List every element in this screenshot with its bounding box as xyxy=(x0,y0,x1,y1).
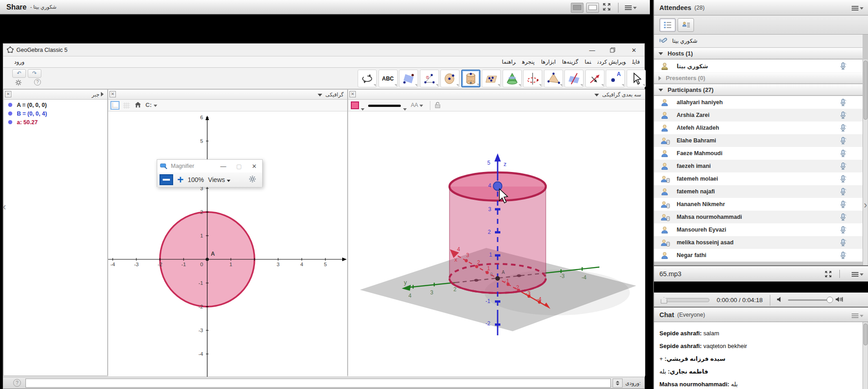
attendee-row[interactable]: Mahsa nourmohammadi xyxy=(654,211,863,223)
layout-view-button-1[interactable] xyxy=(571,3,584,13)
pyramid-tool[interactable] xyxy=(544,70,563,87)
fullscreen-icon[interactable] xyxy=(602,2,612,13)
microphone-icon[interactable] xyxy=(839,98,847,108)
menu-item-5[interactable]: پنجره xyxy=(522,59,535,65)
point-tool[interactable]: A xyxy=(606,70,625,87)
collapse-left-chevron-icon[interactable]: ‹ xyxy=(3,201,6,213)
menu-item-4[interactable]: ابزارها xyxy=(541,59,555,65)
sphere-tool[interactable] xyxy=(440,70,459,87)
plane-through-points-tool[interactable] xyxy=(399,70,418,87)
microphone-icon[interactable] xyxy=(839,238,847,248)
line-style-button[interactable] xyxy=(368,105,401,107)
attendee-row[interactable]: Elahe Bahrami xyxy=(654,134,863,147)
zoom-out-button[interactable] xyxy=(160,174,173,185)
microphone-icon[interactable] xyxy=(839,124,847,133)
angle-tool[interactable]: α xyxy=(420,70,439,87)
attendee-row[interactable]: Faeze Mahmoudi xyxy=(654,147,863,160)
microphone-icon[interactable] xyxy=(839,111,847,121)
attendee-row[interactable]: allahyari haniyeh xyxy=(654,96,863,109)
attendees-pod-menu-icon[interactable] xyxy=(852,5,863,11)
attendee-row[interactable]: Mansoureh Eyvazi xyxy=(654,223,863,236)
point-on-plane-tool[interactable] xyxy=(482,70,501,87)
presenters-section-header[interactable]: Presenters (0) xyxy=(654,72,863,84)
geogebra-titlebar[interactable]: GeoGebra Classic 5 — ✕ xyxy=(3,44,644,56)
audio-progress-bar[interactable] xyxy=(664,298,709,302)
close-graphics3d-icon[interactable]: ✕ xyxy=(349,91,356,97)
color-swatch[interactable] xyxy=(351,101,359,109)
attendees-scrollbar[interactable] xyxy=(863,60,868,265)
expand-right-chevron-icon[interactable]: › xyxy=(864,199,867,211)
close-icon[interactable]: ✕ xyxy=(627,45,641,55)
graphics-3d-canvas[interactable]: 432-3-4y4321-1-2-3-4x54321-1-2z0A xyxy=(348,111,645,377)
algebra-item[interactable]: A = (0, 0, 0) xyxy=(4,101,107,109)
login-button[interactable]: ورود xyxy=(14,59,25,65)
lock-icon[interactable] xyxy=(434,101,441,111)
vector-tool[interactable] xyxy=(585,70,604,87)
microphone-icon[interactable] xyxy=(839,251,847,261)
audio-pod-menu-icon[interactable] xyxy=(852,271,863,278)
minimize-icon[interactable]: — xyxy=(585,45,599,55)
help-icon[interactable]: ? xyxy=(34,79,41,86)
text-tool[interactable]: ABC xyxy=(379,70,398,87)
audio-fullscreen-icon[interactable] xyxy=(824,270,833,280)
magnifier-settings-gear-icon[interactable] xyxy=(249,175,260,185)
circle-with-axis-tool[interactable] xyxy=(523,70,542,87)
microphone-icon[interactable] xyxy=(839,136,847,146)
capture-menu-button[interactable]: C: xyxy=(145,101,157,108)
cone-tool[interactable] xyxy=(503,70,522,87)
menu-item-6[interactable]: راهنما xyxy=(502,59,516,65)
axes-toggle-icon[interactable] xyxy=(110,101,120,110)
close-graphics2d-icon[interactable]: ✕ xyxy=(110,91,116,97)
move-tool[interactable] xyxy=(627,70,646,87)
gear-icon[interactable] xyxy=(15,79,22,88)
restore-icon[interactable] xyxy=(606,45,619,55)
audio-playhead[interactable] xyxy=(661,297,667,303)
close-algebra-icon[interactable]: ✕ xyxy=(5,91,11,97)
menu-item-1[interactable]: ویرایش کردن xyxy=(598,59,626,65)
input-help-icon[interactable]: ? xyxy=(13,379,21,387)
list-view-icon[interactable] xyxy=(659,18,676,32)
magnifier-maximize-icon[interactable]: ▢ xyxy=(236,163,242,170)
graphics-2d-canvas[interactable]: -4-3-2-11345654321-1-2-3-40A xyxy=(108,111,347,377)
magnifier-titlebar[interactable]: Magnifier — ▢ ✕ xyxy=(157,160,262,172)
algebra-item[interactable]: a: 50.27 xyxy=(4,118,107,126)
magnifier-minimize-icon[interactable]: — xyxy=(220,163,226,170)
views-dropdown[interactable]: Views xyxy=(208,176,230,183)
attendee-row[interactable]: شكوري بيتا xyxy=(654,60,863,72)
layout-view-button-2[interactable] xyxy=(586,3,599,13)
attendee-row[interactable]: Atefeh Alizadeh xyxy=(654,121,863,134)
attendee-row[interactable]: Arshia Zarei xyxy=(654,109,863,121)
undo-button[interactable]: ↶ xyxy=(12,69,26,78)
volume-knob[interactable] xyxy=(827,297,833,303)
volume-slider[interactable] xyxy=(788,299,830,301)
visibility-dot-icon[interactable] xyxy=(8,111,12,116)
menu-item-0[interactable]: فایل xyxy=(632,59,640,65)
attendee-row[interactable]: fatemeh molaei xyxy=(654,172,863,185)
rotate-3d-view-tool[interactable] xyxy=(358,70,377,87)
redo-button[interactable]: ↷ xyxy=(28,69,41,78)
menu-item-2[interactable]: نما xyxy=(585,59,591,65)
algebra-item[interactable]: B = (0, 0, 4) xyxy=(4,109,107,118)
chat-pod-menu-icon[interactable] xyxy=(852,313,863,319)
microphone-icon[interactable] xyxy=(839,175,847,184)
microphone-icon[interactable] xyxy=(839,62,847,71)
magnifier-close-icon[interactable]: ✕ xyxy=(252,163,257,170)
input-history-spinner[interactable] xyxy=(613,379,623,388)
attendee-row[interactable]: faezeh imani xyxy=(654,160,863,172)
attendee-row[interactable]: fatemeh najafi xyxy=(654,185,863,198)
home-icon[interactable] xyxy=(135,101,141,110)
share-pod-menu-icon[interactable] xyxy=(625,5,637,11)
grid-toggle-icon[interactable] xyxy=(123,102,130,109)
volume-high-icon[interactable] xyxy=(835,296,843,304)
microphone-icon[interactable] xyxy=(839,213,847,222)
label-style-button[interactable]: AA xyxy=(411,102,423,108)
participants-section-header[interactable]: Participants (27) xyxy=(654,84,863,96)
card-view-icon[interactable] xyxy=(678,18,694,32)
hosts-section-header[interactable]: Hosts (1) xyxy=(654,48,863,59)
microphone-icon[interactable] xyxy=(839,226,847,235)
microphone-icon[interactable] xyxy=(839,162,847,172)
microphone-icon[interactable] xyxy=(839,149,847,159)
algebra-input-field[interactable] xyxy=(25,379,611,388)
magnifier-window[interactable]: Magnifier — ▢ ✕ + 100% Views xyxy=(157,159,263,187)
attendee-row[interactable]: Hananeh Nikmehr xyxy=(654,198,863,211)
